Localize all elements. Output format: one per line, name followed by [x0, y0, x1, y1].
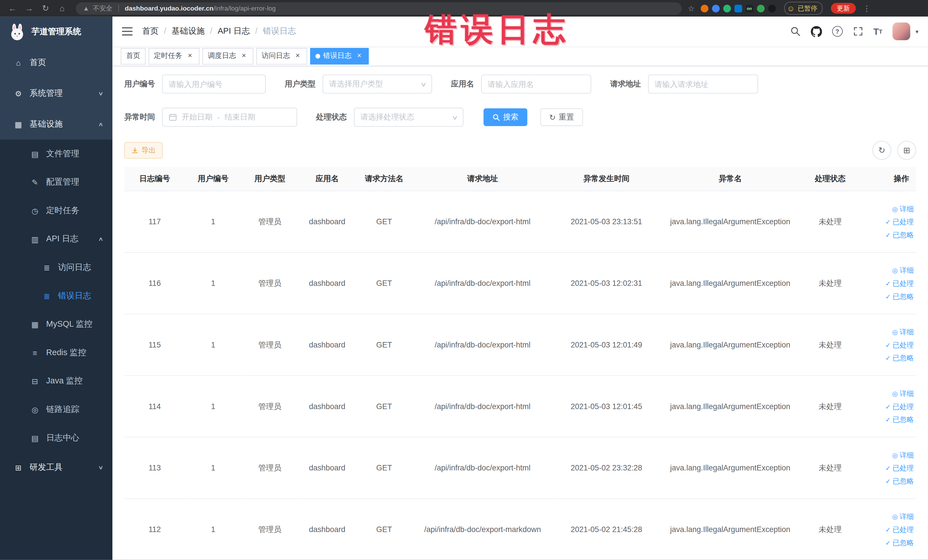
user-type-select[interactable]: 请选择用户类型 ∨: [323, 75, 432, 93]
processed-link[interactable]: ✓已处理: [861, 338, 914, 351]
extension-icon[interactable]: [723, 5, 731, 12]
browser-profile-chip[interactable]: ☺ 已暂停: [784, 2, 823, 15]
breadcrumb-api-log[interactable]: API 日志: [218, 26, 263, 37]
cell-app-name: dashboard: [298, 252, 356, 314]
app-name-input[interactable]: [481, 75, 591, 93]
tab-schedule-log[interactable]: 调度日志 ×: [203, 48, 253, 64]
extension-icon[interactable]: [701, 5, 708, 12]
forward-icon[interactable]: →: [23, 2, 36, 15]
extension-icon[interactable]: [734, 5, 742, 12]
check-icon: ✓: [885, 231, 891, 238]
browser-update-button[interactable]: 更新: [831, 3, 856, 14]
sidebar-item-log-center[interactable]: ▤ 日志中心: [0, 424, 112, 452]
sidebar-item-access-log[interactable]: ≣ 访问日志: [0, 253, 112, 282]
processed-link[interactable]: ✓已处理: [861, 523, 914, 536]
ignored-link[interactable]: ✓已忽略: [861, 413, 914, 426]
breadcrumb-infrastructure[interactable]: 基础设施: [171, 26, 218, 37]
download-icon: [131, 147, 139, 154]
sidebar-item-scheduled-tasks[interactable]: ◷ 定时任务: [0, 197, 112, 225]
sidebar-item-mysql-monitor[interactable]: ▦ MySQL 监控: [0, 310, 112, 339]
tab-home[interactable]: 首页: [121, 48, 145, 64]
extension-paw-icon[interactable]: [768, 5, 776, 12]
url-bar[interactable]: ▲ 不安全 dashboard.yudao.iocoder.cn/infra/l…: [76, 2, 682, 15]
breadcrumb-home[interactable]: 首页: [142, 26, 172, 37]
font-size-icon[interactable]: TT: [873, 26, 882, 36]
help-icon[interactable]: ?: [832, 26, 843, 37]
cell-user-type: 管理员: [241, 437, 299, 499]
cell-app-name: dashboard: [298, 314, 356, 376]
col-log-id: 日志编号: [124, 167, 185, 191]
export-button[interactable]: 导出: [124, 142, 163, 159]
edit-icon: ✎: [29, 178, 42, 186]
ignored-link[interactable]: ✓已忽略: [861, 351, 914, 364]
ignored-link[interactable]: ✓已忽略: [861, 536, 914, 549]
processed-link[interactable]: ✓已处理: [861, 277, 914, 290]
detail-link[interactable]: ◎详细: [861, 202, 914, 215]
processed-link[interactable]: ✓已处理: [861, 400, 914, 413]
detail-link[interactable]: ◎详细: [861, 510, 914, 523]
close-tab-icon[interactable]: ×: [355, 52, 363, 60]
sidebar-item-system-management[interactable]: ⚙ 系统管理 ∨: [0, 78, 112, 109]
extension-icon[interactable]: [757, 5, 765, 12]
sidebar-item-dev-tools[interactable]: ⊞ 研发工具 ∨: [0, 452, 112, 483]
app-logo[interactable]: 芋道管理系统: [0, 17, 112, 47]
ignored-link[interactable]: ✓已忽略: [861, 475, 914, 488]
close-tab-icon[interactable]: ×: [240, 52, 248, 60]
close-tab-icon[interactable]: ×: [186, 52, 194, 60]
browser-menu-icon[interactable]: ⋮: [863, 4, 871, 12]
search-button[interactable]: 搜索: [484, 108, 528, 126]
menu-label: 定时任务: [46, 205, 79, 216]
processed-link[interactable]: ✓已处理: [861, 461, 914, 475]
cell-exception-name: java.lang.IllegalArgumentException: [660, 437, 800, 499]
tab-error-log[interactable]: 错误日志 ×: [310, 48, 369, 64]
hamburger-icon[interactable]: [122, 27, 132, 35]
bookmark-star-icon[interactable]: ☆: [688, 4, 694, 12]
process-status-label: 处理状态: [316, 112, 347, 122]
refresh-table-button[interactable]: ↻: [872, 141, 891, 160]
sidebar-item-java-monitor[interactable]: ⊟ Java 监控: [0, 367, 112, 395]
browser-home-icon[interactable]: ⌂: [56, 2, 69, 15]
sidebar-item-error-log[interactable]: ≣ 错误日志: [0, 282, 112, 310]
detail-link[interactable]: ◎详细: [861, 449, 914, 462]
reset-button[interactable]: ↻ 重置: [540, 108, 583, 126]
menu-label: 研发工具: [30, 462, 63, 473]
github-icon[interactable]: [811, 26, 822, 37]
sidebar-item-infrastructure[interactable]: ▦ 基础设施 ∧: [0, 109, 112, 140]
filter-row-2: 异常时间 开始日期 - 结束日期 处理状态 请选: [124, 108, 916, 127]
extension-on-icon[interactable]: on: [745, 5, 753, 12]
tab-scheduled-tasks[interactable]: 定时任务 ×: [149, 48, 199, 64]
sidebar-item-redis-monitor[interactable]: ≡ Redis 监控: [0, 339, 112, 367]
sidebar-item-home[interactable]: ⌂ 首页: [0, 47, 112, 78]
view-icon: ◎: [892, 267, 898, 274]
sidebar-item-api-log[interactable]: ▥ API 日志 ∧: [0, 225, 112, 253]
sidebar-item-file-management[interactable]: ▤ 文件管理: [0, 140, 112, 168]
cell-actions: ◎详细✓已处理✓已忽略: [860, 499, 916, 560]
rabbit-logo-icon: [8, 23, 26, 41]
sidebar-item-tracing[interactable]: ◎ 链路追踪: [0, 395, 112, 424]
search-icon[interactable]: [790, 26, 800, 37]
view-icon: ◎: [892, 328, 898, 335]
date-range-picker[interactable]: 开始日期 - 结束日期: [162, 108, 297, 127]
ignored-link[interactable]: ✓已忽略: [861, 290, 914, 303]
close-tab-icon[interactable]: ×: [293, 52, 302, 60]
col-request-method: 请求方法名: [356, 167, 412, 191]
ignored-link[interactable]: ✓已忽略: [861, 228, 914, 241]
detail-link[interactable]: ◎详细: [861, 325, 914, 338]
process-status-select[interactable]: 请选择处理状态 ∨: [354, 108, 464, 127]
request-url-input[interactable]: [648, 75, 758, 93]
tab-access-log[interactable]: 访问日志 ×: [256, 48, 307, 64]
back-icon[interactable]: ←: [6, 2, 19, 15]
sidebar-item-config-management[interactable]: ✎ 配置管理: [0, 168, 112, 197]
avatar-caret-icon[interactable]: ▾: [916, 28, 918, 35]
user-id-input[interactable]: [162, 75, 266, 93]
reload-icon[interactable]: ↻: [39, 2, 52, 15]
column-settings-button[interactable]: ⊞: [897, 141, 916, 160]
avatar[interactable]: [892, 23, 910, 40]
fullscreen-icon[interactable]: [853, 26, 863, 37]
detail-link[interactable]: ◎详细: [861, 387, 914, 400]
cell-actions: ◎详细✓已处理✓已忽略: [860, 375, 916, 437]
extension-icon[interactable]: [712, 5, 719, 12]
detail-link[interactable]: ◎详细: [861, 264, 914, 277]
cell-process-status: 未处理: [800, 375, 860, 437]
processed-link[interactable]: ✓已处理: [861, 215, 914, 228]
